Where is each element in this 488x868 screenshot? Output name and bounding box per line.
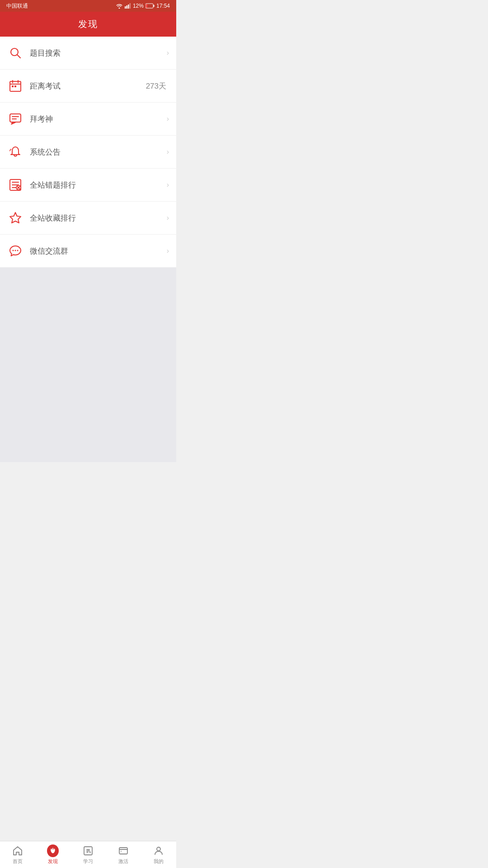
bell-icon [7, 144, 23, 160]
svg-rect-3 [129, 3, 131, 9]
page-header: 发现 [0, 12, 176, 37]
menu-list: 题目搜索 › 距离考试 273天 拜考神 › [0, 37, 176, 268]
chevron-icon: › [167, 49, 169, 57]
system-notice-label: 系统公告 [30, 147, 167, 157]
svg-point-26 [13, 250, 14, 251]
wifi-icon [116, 3, 123, 9]
battery-label: 12% [133, 3, 144, 9]
menu-item-error-ranking[interactable]: 全站错题排行 › [0, 169, 176, 202]
svg-rect-1 [126, 5, 127, 9]
chevron-icon: › [167, 115, 169, 123]
exam-countdown-label: 距离考试 [30, 81, 146, 91]
svg-rect-2 [128, 5, 129, 9]
svg-point-27 [15, 250, 16, 251]
message-square-icon [7, 111, 23, 127]
menu-item-search[interactable]: 题目搜索 › [0, 37, 176, 70]
menu-item-worship[interactable]: 拜考神 › [0, 103, 176, 136]
chevron-icon: › [167, 214, 169, 222]
svg-point-28 [17, 250, 19, 251]
search-icon [7, 45, 23, 61]
menu-item-system-notice[interactable]: 系统公告 › [0, 136, 176, 169]
chevron-icon: › [167, 181, 169, 189]
menu-item-wechat-group[interactable]: 微信交流群 › [0, 235, 176, 268]
star-icon [7, 210, 23, 226]
chevron-icon: › [167, 148, 169, 156]
battery-icon [145, 3, 155, 9]
svg-rect-6 [146, 4, 147, 8]
svg-rect-13 [12, 85, 14, 87]
error-ranking-label: 全站错题排行 [30, 180, 167, 190]
status-bar: 中国联通 12% 17:54 [0, 0, 176, 12]
chevron-icon: › [167, 247, 169, 255]
favorite-ranking-label: 全站收藏排行 [30, 213, 167, 223]
svg-rect-15 [10, 114, 21, 122]
calendar-icon [7, 78, 23, 94]
chat-bubble-icon [7, 243, 23, 259]
menu-item-exam-countdown[interactable]: 距离考试 273天 [0, 70, 176, 103]
time-label: 17:54 [156, 3, 170, 9]
carrier-label: 中国联通 [6, 2, 28, 10]
exam-countdown-value: 273天 [146, 81, 166, 91]
status-right: 12% 17:54 [116, 3, 170, 9]
search-label: 题目搜索 [30, 48, 167, 58]
content-area [0, 268, 176, 462]
svg-marker-25 [10, 212, 21, 223]
signal-icon [125, 3, 131, 9]
list-x-icon [7, 177, 23, 193]
page-title: 发现 [78, 19, 98, 29]
wechat-group-label: 微信交流群 [30, 246, 167, 256]
menu-item-favorite-ranking[interactable]: 全站收藏排行 › [0, 202, 176, 235]
worship-label: 拜考神 [30, 114, 167, 124]
svg-rect-5 [153, 5, 154, 7]
svg-line-8 [17, 55, 20, 58]
svg-rect-14 [14, 85, 16, 87]
svg-rect-0 [125, 6, 126, 9]
